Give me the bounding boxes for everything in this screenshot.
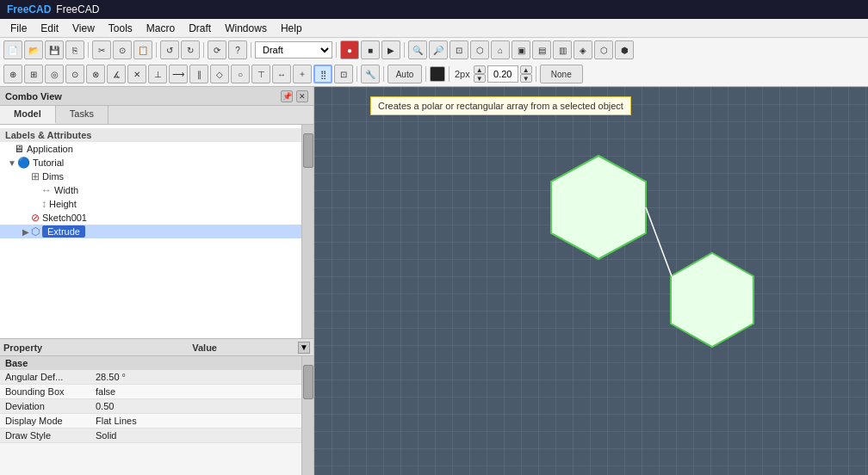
snap-near[interactable]: ○ xyxy=(231,65,250,83)
prop-scrollbar[interactable] xyxy=(301,356,313,475)
snap-toggle[interactable]: ⊕ xyxy=(3,65,22,83)
view-front-btn[interactable]: ▣ xyxy=(512,40,530,59)
tree-height[interactable]: ↕ Height xyxy=(0,197,313,211)
view-right-btn[interactable]: ▥ xyxy=(553,40,572,59)
sep7 xyxy=(356,66,357,82)
prop-displaymode-name: Display Mode xyxy=(0,414,90,429)
copy-button[interactable]: ⊙ xyxy=(113,40,132,59)
record-macro-btn[interactable]: ● xyxy=(340,40,359,59)
stop-macro-btn[interactable]: ■ xyxy=(361,40,380,59)
sep2 xyxy=(156,42,157,58)
prop-angular-name: Angular Def... xyxy=(0,370,90,385)
prop-scroll-btn[interactable]: ▼ xyxy=(298,342,310,354)
construction-btn[interactable]: 🔧 xyxy=(361,65,380,83)
paste-button[interactable]: 📋 xyxy=(133,40,152,59)
combo-pin-btn[interactable]: 📌 xyxy=(281,90,293,102)
help-button[interactable]: ? xyxy=(228,40,247,59)
view-iso-btn[interactable]: ◈ xyxy=(574,40,592,59)
tree-scrollbar[interactable] xyxy=(301,125,313,338)
play-macro-btn[interactable]: ▶ xyxy=(381,40,400,59)
height-label: Height xyxy=(49,199,77,209)
snap-center[interactable]: ⊗ xyxy=(86,65,105,83)
menu-view[interactable]: View xyxy=(65,21,102,36)
combo-view-header: Combo View 📌 ✕ xyxy=(0,87,313,106)
open-button[interactable]: 📂 xyxy=(24,40,43,59)
snap-perpendicular[interactable]: ⊥ xyxy=(148,65,167,83)
tree-scrollbar-thumb[interactable] xyxy=(303,133,313,168)
tree-sketch001[interactable]: ⊘ Sketch001 xyxy=(0,211,313,225)
combo-close-btn[interactable]: ✕ xyxy=(296,90,308,102)
pointsize-up[interactable]: ▲ xyxy=(520,65,532,74)
property-panel: Property Value ▼ Base Angular Def... 28.… xyxy=(0,338,313,475)
width-label: Width xyxy=(54,185,78,195)
snap-more[interactable]: ＋ xyxy=(293,65,312,83)
snap-midpoint[interactable]: ⊙ xyxy=(65,65,84,83)
prop-row-displaymode: Display Mode Flat Lines xyxy=(0,414,313,429)
tutorial-icon: 🔵 xyxy=(17,157,30,169)
hexagon-2 xyxy=(671,253,753,347)
shape-color-btn[interactable]: None xyxy=(540,65,583,83)
snap-parallel[interactable]: ∥ xyxy=(189,65,208,83)
snap-extension[interactable]: ⟶ xyxy=(169,65,188,83)
height-icon: ↕ xyxy=(41,198,46,210)
linewidth-up[interactable]: ▲ xyxy=(474,65,486,74)
prop-scrollbar-thumb[interactable] xyxy=(303,365,313,399)
view-home-btn[interactable]: ⌂ xyxy=(491,40,510,59)
refresh-button[interactable]: ⟳ xyxy=(208,40,226,59)
prop-boundingbox-name: Bounding Box xyxy=(0,385,90,399)
menu-macro[interactable]: Macro xyxy=(140,21,182,36)
clone-btn[interactable]: ⊡ xyxy=(334,65,353,83)
snap-grid[interactable]: ⊞ xyxy=(24,65,43,83)
tutorial-expand[interactable]: ▼ xyxy=(7,158,17,168)
tree-extrude[interactable]: ▶ ⬡ Extrude xyxy=(0,225,313,238)
cut-button[interactable]: ✂ xyxy=(92,40,111,59)
snap-special[interactable]: ◇ xyxy=(210,65,229,83)
tab-tasks[interactable]: Tasks xyxy=(56,106,108,124)
toolbar-row-2: ⊕ ⊞ ◎ ⊙ ⊗ ∡ ✕ ⊥ ⟶ ∥ ◇ ○ ⊤ ↔ ＋ ⣿ ⊡ 🔧 Auto… xyxy=(0,62,868,86)
view-top-btn[interactable]: ▤ xyxy=(532,40,551,59)
zoom-out-btn[interactable]: 🔎 xyxy=(429,40,448,59)
pointsize-down[interactable]: ▼ xyxy=(520,74,532,83)
prop-row-drawstyle: Draw Style Solid xyxy=(0,429,313,443)
snap-intersection[interactable]: ✕ xyxy=(127,65,146,83)
sep5 xyxy=(336,42,337,58)
snap-dim[interactable]: ↔ xyxy=(272,65,291,83)
tree-width[interactable]: ↔ Width xyxy=(0,183,313,197)
sep3 xyxy=(203,42,204,58)
zoom-fit-btn[interactable]: ⊡ xyxy=(450,40,468,59)
tab-model[interactable]: Model xyxy=(0,106,56,124)
snap-angle[interactable]: ∡ xyxy=(107,65,126,83)
array-btn[interactable]: ⣿ xyxy=(313,65,332,83)
new-button[interactable]: 📄 xyxy=(3,40,22,59)
view3d-btn[interactable]: ⬡ xyxy=(470,40,489,59)
menu-windows[interactable]: Windows xyxy=(218,21,274,36)
save-button[interactable]: 💾 xyxy=(45,40,64,59)
menu-tools[interactable]: Tools xyxy=(102,21,140,36)
combo-header-buttons: 📌 ✕ xyxy=(281,90,308,102)
sep10 xyxy=(449,66,450,82)
snap-ortho[interactable]: ⊤ xyxy=(251,65,270,83)
app-title: FreeCAD xyxy=(56,3,99,15)
tree-dims[interactable]: ⊞ Dims xyxy=(0,170,313,183)
toolbars: 📄 📂 💾 ⎘ ✂ ⊙ 📋 ↺ ↻ ⟳ ? Draft ● ■ ▶ 🔍 🔎 ⊡ … xyxy=(0,38,868,87)
menu-edit[interactable]: Edit xyxy=(34,21,65,36)
snap-endpoint[interactable]: ◎ xyxy=(45,65,64,83)
viewport[interactable] xyxy=(314,87,868,475)
prop-deviation-name: Deviation xyxy=(0,399,90,414)
save-copy-button[interactable]: ⎘ xyxy=(65,40,84,59)
undo-button[interactable]: ↺ xyxy=(160,40,179,59)
view-persp-btn[interactable]: ⬡ xyxy=(594,40,613,59)
zoom-in-btn[interactable]: 🔍 xyxy=(408,40,427,59)
linewidth-down[interactable]: ▼ xyxy=(474,74,486,83)
auto-group-btn[interactable]: Auto xyxy=(388,65,422,83)
color-swatch[interactable] xyxy=(430,66,445,82)
view-extra-btn[interactable]: ⬢ xyxy=(615,40,634,59)
menu-draft[interactable]: Draft xyxy=(182,21,218,36)
point-size-input[interactable] xyxy=(487,65,518,83)
menu-file[interactable]: File xyxy=(3,21,34,36)
workbench-select[interactable]: Draft xyxy=(255,41,332,59)
extrude-expand[interactable]: ▶ xyxy=(21,227,31,237)
redo-button[interactable]: ↻ xyxy=(181,40,200,59)
menu-help[interactable]: Help xyxy=(274,21,309,36)
tree-tutorial[interactable]: ▼ 🔵 Tutorial xyxy=(0,156,313,170)
